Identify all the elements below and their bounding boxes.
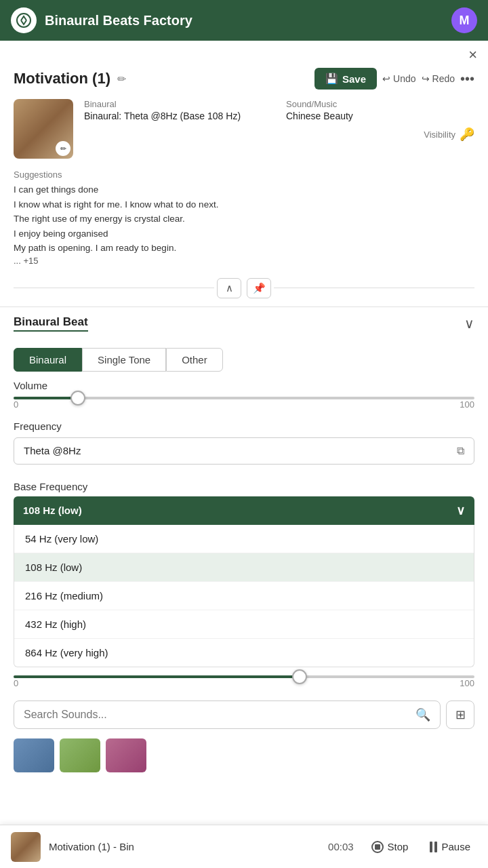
undo-button[interactable]: ↩ Undo [382, 73, 415, 84]
save-label: Save [342, 73, 366, 85]
second-slider-thumb[interactable] [292, 669, 307, 684]
volume-thumb[interactable] [70, 391, 85, 406]
thumbnail-3[interactable] [106, 738, 146, 772]
suggestion-line-3: The right use of my energy is crystal cl… [14, 212, 474, 226]
frequency-value: Theta @8Hz [24, 445, 81, 456]
redo-icon: ↪ [422, 73, 430, 84]
search-icon-button[interactable]: 🔍 [415, 707, 430, 722]
frequency-section: Frequency Theta @8Hz ⧉ [0, 418, 488, 473]
base-freq-label: Base Frequency [14, 481, 474, 492]
bottom-player: Motivation (1) - Bin 00:03 Stop Pause [0, 825, 488, 868]
divider-left [14, 288, 214, 288]
tab-row: Binaural Single Tone Other [0, 340, 488, 377]
main-content: × Motivation (1) ✏ 💾 Save ↩ Undo ↪ Redo … [0, 41, 488, 837]
toolbar-buttons: 💾 Save ↩ Undo ↪ Redo ••• [314, 68, 474, 90]
dropdown-item-432hz[interactable]: 432 Hz (high) [14, 610, 474, 639]
info-right: Binaural Binaural: Theta @8Hz (Base 108 … [84, 99, 474, 159]
stop-button[interactable]: Stop [365, 837, 415, 857]
sound-value: Chinese Beauty [286, 111, 474, 121]
visibility-icon[interactable]: 🔑 [460, 127, 474, 142]
volume-min: 0 [14, 399, 18, 410]
suggestion-line-1: I can get things done [14, 182, 474, 197]
binaural-beat-title: Binaural Beat [14, 315, 88, 332]
session-title: Motivation (1) [14, 70, 110, 87]
volume-slider[interactable] [14, 397, 474, 399]
edit-icon[interactable]: ✏ [117, 73, 126, 85]
second-slider-max: 100 [460, 678, 474, 688]
suggestion-line-4: I enjoy being organised [14, 226, 474, 241]
tab-other[interactable]: Other [166, 348, 223, 372]
second-slider[interactable] [14, 675, 474, 678]
player-time: 00:03 [328, 841, 354, 852]
save-button[interactable]: 💾 Save [314, 68, 377, 90]
tab-binaural[interactable]: Binaural [14, 348, 82, 372]
tab-single-tone[interactable]: Single Tone [82, 348, 166, 372]
image-edit-icon[interactable]: ✏ [56, 141, 70, 156]
redo-button[interactable]: ↪ Redo [422, 73, 455, 84]
pause-label: Pause [441, 841, 470, 852]
search-section: 🔍 ⊞ [0, 694, 488, 736]
suggestions-more: ... +15 [14, 256, 474, 266]
more-button[interactable]: ••• [460, 71, 474, 87]
base-freq-dropdown: 54 Hz (very low) 108 Hz (low) 216 Hz (me… [14, 525, 474, 667]
base-freq-selected-value: 108 Hz (low) [23, 505, 82, 516]
volume-label: Volume [14, 380, 474, 391]
player-thumbnail [11, 832, 41, 862]
dropdown-item-864hz[interactable]: 864 Hz (very high) [14, 639, 474, 667]
section-chevron-button[interactable]: ∨ [464, 315, 474, 332]
thumbnail-2[interactable] [60, 738, 100, 772]
divider-right [274, 288, 474, 288]
collapse-button[interactable]: ∧ [217, 278, 241, 298]
thumbnail-1[interactable] [14, 738, 54, 772]
thumbnail-strip [0, 736, 488, 783]
dropdown-chevron-icon: ∨ [456, 503, 465, 518]
search-input[interactable] [24, 709, 410, 721]
base-freq-selected[interactable]: 108 Hz (low) ∨ [14, 496, 474, 525]
volume-max: 100 [460, 399, 474, 410]
divider-section: ∧ 📌 [0, 274, 488, 307]
pin-button[interactable]: 📌 [247, 278, 271, 298]
app-title: Binaural Beats Factory [45, 13, 443, 28]
second-slider-track [14, 675, 474, 678]
sound-col: Sound/Music Chinese Beauty [286, 99, 474, 121]
pause-bar-2 [434, 842, 437, 852]
top-bar: Binaural Beats Factory M [0, 0, 488, 41]
binaural-value: Binaural: Theta @8Hz (Base 108 Hz) [84, 111, 272, 121]
binaural-col: Binaural Binaural: Theta @8Hz (Base 108 … [84, 99, 272, 121]
visibility-row: Visibility 🔑 [84, 127, 474, 142]
second-slider-labels: 0 100 [14, 678, 474, 688]
dropdown-item-54hz[interactable]: 54 Hz (very low) [14, 525, 474, 553]
pause-icon [430, 842, 437, 852]
pause-button[interactable]: Pause [423, 837, 477, 856]
close-button[interactable]: × [468, 47, 477, 62]
stop-icon [371, 841, 384, 853]
binaural-label: Binaural [84, 99, 272, 109]
redo-label: Redo [432, 73, 455, 84]
suggestion-line-5: My path is opening. I am ready to begin. [14, 241, 474, 256]
stop-icon-inner [375, 844, 380, 850]
suggestions-text: I can get things done I know what is rig… [14, 182, 474, 256]
avatar[interactable]: M [451, 7, 477, 33]
stop-label: Stop [388, 841, 409, 852]
frequency-field[interactable]: Theta @8Hz ⧉ [14, 437, 474, 465]
second-slider-min: 0 [14, 678, 18, 688]
second-slider-section: 0 100 [0, 667, 488, 694]
sound-label: Sound/Music [286, 99, 474, 109]
search-input-wrap: 🔍 [14, 701, 441, 729]
grid-view-button[interactable]: ⊞ [446, 701, 474, 729]
title-row: Motivation (1) ✏ 💾 Save ↩ Undo ↪ Redo ••… [0, 65, 488, 96]
second-slider-fill [14, 675, 300, 678]
frequency-copy-icon[interactable]: ⧉ [457, 445, 464, 457]
dropdown-item-108hz[interactable]: 108 Hz (low) [14, 553, 474, 582]
undo-icon: ↩ [382, 73, 390, 84]
dropdown-item-216hz[interactable]: 216 Hz (medium) [14, 582, 474, 610]
binaural-beat-section: Binaural Beat ∨ [0, 307, 488, 340]
visibility-label: Visibility [424, 130, 455, 140]
base-frequency-section: Base Frequency 108 Hz (low) ∨ 54 Hz (ver… [0, 481, 488, 667]
pause-bar-1 [430, 842, 432, 852]
undo-label: Undo [393, 73, 415, 84]
app-logo [11, 7, 37, 33]
suggestions-label: Suggestions [14, 170, 474, 180]
info-section: ✏ Binaural Binaural: Theta @8Hz (Base 10… [0, 96, 488, 167]
frequency-label: Frequency [14, 420, 474, 432]
